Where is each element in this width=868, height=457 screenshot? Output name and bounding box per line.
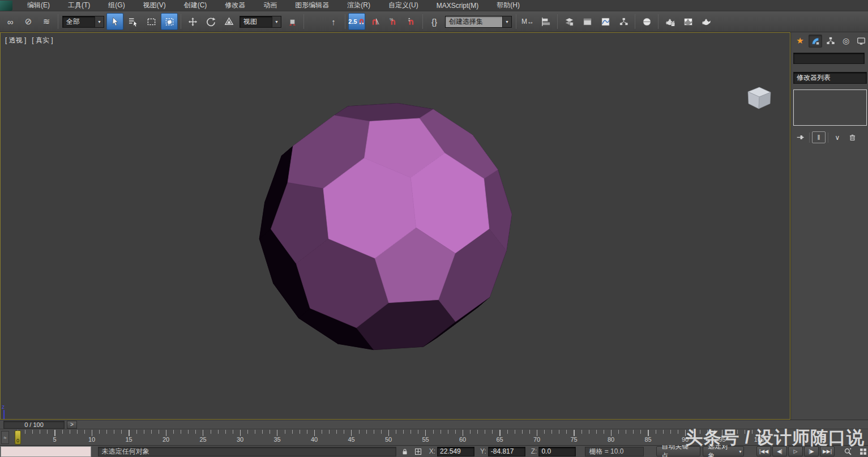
keyboard-shortcut-override-toggle[interactable]: ↑ [325,13,342,30]
menu-help[interactable]: 帮助(H) [488,0,529,11]
play-button[interactable]: ▷ [788,446,803,456]
track-bar-row: ≈ 51015202530354045505560657075808590951… [0,429,868,445]
make-unique-button[interactable]: ∨ [831,131,844,143]
select-and-rotate-button[interactable] [202,13,219,30]
render-production-button[interactable] [698,13,715,30]
zoom-tool-button[interactable] [843,447,853,456]
grid-size-text: 栅格 = 10.0 [589,447,623,456]
menu-group[interactable]: 组(G) [99,0,134,11]
curve-editor-button[interactable] [597,13,614,30]
tab-motion[interactable]: ◎ [839,35,853,48]
ruler-major-ticks [18,430,765,436]
main-area: [ 透视 ] [ 真实 ] z ★ ◎ [0,32,868,420]
selection-filter-dropdown[interactable]: 全部 ▼ [62,16,104,28]
next-frame-step-button[interactable]: |▶ [804,446,819,456]
maximize-viewport-toggle[interactable] [858,447,868,456]
remove-modifier-button[interactable] [845,131,859,143]
material-editor-button[interactable] [638,13,655,30]
scene-object-hedra[interactable] [256,95,515,358]
tab-create[interactable]: ★ [793,35,807,48]
selection-lock-toggle[interactable] [400,447,410,456]
toggle-ribbon-button[interactable] [579,13,596,30]
select-and-manipulate-button[interactable] [307,13,324,30]
menu-tools[interactable]: 工具(T) [59,0,99,11]
go-to-start-button[interactable]: |◀◀ [756,446,771,456]
render-setup-button[interactable] [661,13,678,30]
schematic-view-icon [619,17,628,27]
next-frame-button[interactable]: > [67,421,77,429]
align-button[interactable] [537,13,554,30]
select-and-scale-button[interactable] [220,13,237,30]
rendered-frame-window-button[interactable] [679,13,696,30]
select-and-move-button[interactable] [184,13,201,30]
create-tab-icon: ★ [796,36,803,46]
show-end-result-button[interactable]: ‖ [812,131,826,143]
x-coordinate-field[interactable] [437,447,474,456]
ruler-label: 85 [644,436,651,443]
rectangular-selection-region-button[interactable] [143,13,160,30]
absolute-mode-toggle[interactable] [413,447,424,456]
menu-maxscript[interactable]: MAXScript(M) [427,1,488,11]
auto-key-button[interactable]: 自动关键点 [656,446,700,456]
scale-icon [224,17,234,27]
reference-coordinate-system-dropdown[interactable]: 视图 ▼ [240,16,281,28]
tab-modify[interactable] [809,35,822,48]
time-info-row: 0 / 100 > [0,420,868,429]
select-and-link-button[interactable]: ∞ [2,13,19,30]
mirror-button[interactable]: M↔ [519,13,536,30]
time-slider-handle[interactable]: 0 [15,430,21,445]
show-end-result-icon: ‖ [818,134,820,142]
viewport-view-label[interactable]: [ 透视 ] [5,36,26,45]
y-coordinate-field[interactable] [488,447,525,456]
key-filter-dropdown[interactable]: 选定对象 ▼ [703,446,744,456]
tab-display[interactable] [854,35,868,48]
object-name-field[interactable] [793,53,865,64]
ruler-label: 95 [719,436,725,443]
bind-to-space-warp-button[interactable]: ≋ [38,13,55,30]
tab-hierarchy[interactable] [824,35,837,48]
material-editor-icon [642,17,652,27]
spinner-snap-icon [407,17,416,27]
previous-frame-button[interactable]: ◀| [772,446,787,456]
pin-stack-button[interactable] [793,131,807,143]
modifier-stack-list[interactable] [793,89,867,126]
menu-views[interactable]: 视图(V) [134,0,175,11]
named-selection-sets-dropdown[interactable]: 创建选择集 ▼ [445,16,512,28]
time-slider-track[interactable]: 5101520253035404550556065707580859095100… [0,429,790,446]
toolbar-divider [303,14,304,29]
menu-edit[interactable]: 编辑(E) [18,0,59,11]
snaps-toggle-button[interactable]: 2.5 [348,13,365,30]
menu-customize[interactable]: 自定义(U) [379,0,427,11]
toolbar-divider [181,14,181,29]
z-coordinate-field[interactable] [538,447,576,456]
edit-named-selection-sets-button[interactable]: {} [426,13,443,30]
menu-rendering[interactable]: 渲染(R) [338,0,379,11]
angle-snap-toggle[interactable] [366,13,383,30]
viewcube[interactable] [741,82,776,113]
maxscript-mini-listener[interactable] [1,446,91,457]
manage-layers-button[interactable] [561,13,578,30]
menu-animation[interactable]: 动画 [254,0,286,11]
chevron-down-icon: ▼ [272,16,281,27]
spinner-snap-toggle[interactable] [403,13,420,30]
schematic-view-button[interactable] [615,13,632,30]
modifier-list-dropdown[interactable]: 修改器列表 [793,72,867,84]
application-button[interactable] [0,1,12,11]
menu-modifiers[interactable]: 修改器 [216,0,254,11]
region-rect-icon [147,17,156,27]
unlink-selection-icon: ⊘ [25,16,32,27]
perspective-viewport[interactable]: [ 透视 ] [ 真实 ] z [0,32,790,420]
select-by-name-button[interactable] [125,13,142,30]
go-to-end-button[interactable]: ▶▶| [820,446,835,456]
zoom-icon [844,447,852,456]
menu-graph-editors[interactable]: 图形编辑器 [286,0,338,11]
use-pivot-point-center-button[interactable] [284,13,301,30]
unlink-selection-button[interactable]: ⊘ [20,13,37,30]
percent-snap-toggle[interactable]: % [384,13,401,30]
select-object-button[interactable] [106,13,123,30]
menu-create[interactable]: 创建(C) [175,0,216,11]
ruler-label: 30 [237,436,243,443]
keyboard-override-icon: ↑ [331,17,336,27]
viewport-shading-label[interactable]: [ 真实 ] [32,36,53,45]
window-crossing-toggle[interactable] [161,13,178,30]
